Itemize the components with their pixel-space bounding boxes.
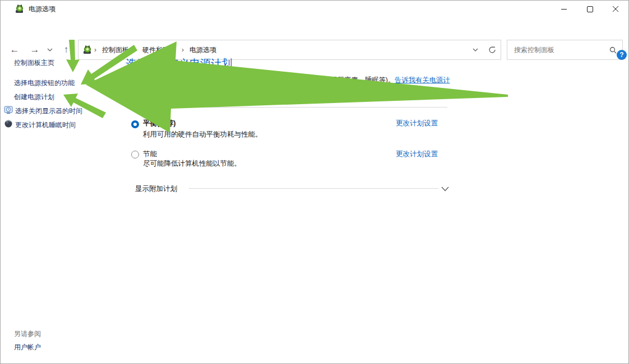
show-additional-plans-label[interactable]: 显示附加计划 [135,184,177,194]
see-also-heading: 另请参阅 [14,329,41,339]
maximize-button[interactable] [577,1,603,17]
plan-name-power-saver[interactable]: 节能 [143,150,157,159]
power-options-window: 电源选项 ← → ↑ [0,0,629,364]
breadcrumb-item-control-panel[interactable]: 控制面板 [102,45,129,55]
plan-desc-power-saver: 尽可能降低计算机性能以节能。 [143,159,241,169]
help-icon: ? [619,51,623,59]
change-plan-settings-link-power-saver[interactable]: 更改计划设置 [396,150,438,159]
navigation-bar: ← → ↑ › 控制面板 › 硬件和声音 › 电源选项 [1,17,628,49]
breadcrumb-item-power-options[interactable]: 电源选项 [189,45,216,55]
title-bar: 电源选项 [1,1,628,18]
change-plan-settings-link-balanced[interactable]: 更改计划设置 [396,119,438,128]
address-dropdown-icon[interactable] [473,48,478,52]
help-button[interactable]: ? [617,50,627,60]
back-button[interactable]: ← [7,40,22,60]
forward-button[interactable]: → [27,40,42,60]
close-button[interactable] [603,1,628,17]
forward-icon: → [30,44,40,55]
expand-additional-plans-button[interactable] [441,184,449,194]
back-icon: ← [10,44,20,55]
additional-plans-rule [189,188,438,189]
window-controls [551,1,628,17]
sleep-time-icon [4,119,13,128]
breadcrumb-power-icon [83,45,92,54]
search-box [507,40,623,60]
sidebar-item-sleep-time[interactable]: 更改计算机睡眠时间 [15,120,76,130]
radio-power-saver[interactable] [131,151,139,158]
intro-text: 电源计划是管理计算机如何使用电源的硬件设置和系统设置(如显示器亮度、睡眠等)。 [135,76,395,84]
minimize-button[interactable] [551,1,577,17]
radio-balanced[interactable] [131,120,139,128]
search-input[interactable] [513,45,609,54]
plan-name-balanced[interactable]: 平衡(推荐) [143,119,175,128]
chevron-down-icon [47,48,53,52]
breadcrumb-separator: › [135,46,137,54]
up-icon: ↑ [64,44,69,55]
recent-pages-button[interactable] [45,40,54,60]
breadcrumb-separator: › [182,46,184,54]
sidebar-item-display-off-time[interactable]: 选择关闭显示器的时间 [15,106,82,116]
sidebar-item-power-button-function[interactable]: 选择电源按钮的功能 [14,78,75,88]
sidebar-item-control-panel-home[interactable]: 控制面板主页 [14,58,54,68]
display-off-time-icon [4,105,13,114]
maximize-icon [587,6,593,12]
power-options-icon [15,4,24,13]
search-icon[interactable] [609,46,617,54]
breadcrumb-separator: › [94,46,96,54]
minimize-icon [561,9,567,10]
sidebar-item-create-power-plan[interactable]: 创建电源计划 [14,92,54,102]
intro-paragraph: 电源计划是管理计算机如何使用电源的硬件设置和系统设置(如显示器亮度、睡眠等)。告… [135,74,450,97]
window-title: 电源选项 [29,1,55,17]
breadcrumb-item-hardware-sound[interactable]: 硬件和声音 [142,45,176,55]
plan-desc-balanced: 利用可用的硬件自动平衡功耗与性能。 [143,130,262,139]
section-divider [135,107,447,108]
refresh-icon[interactable] [488,46,496,54]
chevron-down-icon [441,186,449,192]
page-title: 选择或自定义电源计划 [126,57,232,71]
sidebar-item-user-accounts[interactable]: 用户帐户 [14,343,41,352]
close-icon [613,6,618,12]
up-button[interactable]: ↑ [59,40,73,60]
